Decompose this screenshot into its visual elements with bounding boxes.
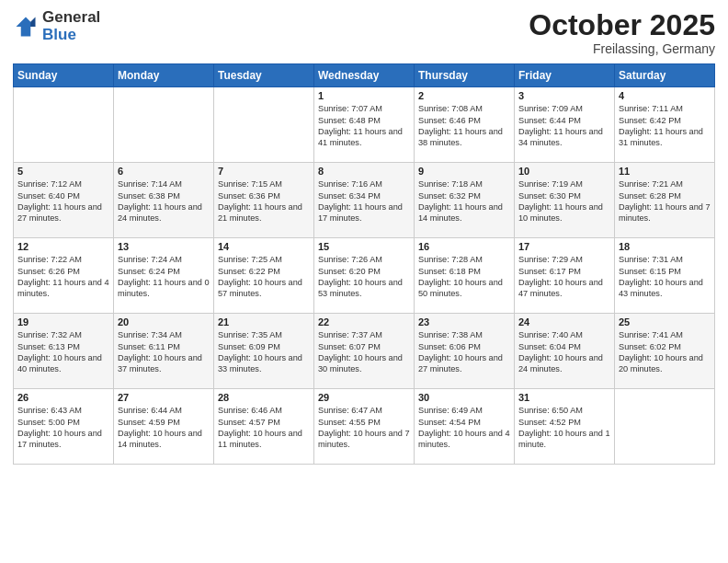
day-info: Sunrise: 7:40 AM Sunset: 6:04 PM Dayligh… <box>518 329 610 375</box>
day-number: 29 <box>318 392 410 403</box>
day-info: Sunrise: 7:26 AM Sunset: 6:20 PM Dayligh… <box>318 254 410 300</box>
day-number: 8 <box>318 166 410 177</box>
calendar-cell: 26Sunrise: 6:43 AM Sunset: 5:00 PM Dayli… <box>14 389 114 465</box>
calendar-cell: 12Sunrise: 7:22 AM Sunset: 6:26 PM Dayli… <box>14 238 114 314</box>
day-number: 30 <box>418 392 510 403</box>
logo-text: General Blue <box>42 9 100 43</box>
calendar-cell: 2Sunrise: 7:08 AM Sunset: 6:46 PM Daylig… <box>415 87 515 163</box>
calendar-cell: 1Sunrise: 7:07 AM Sunset: 6:48 PM Daylig… <box>314 87 415 163</box>
calendar-week-1: 5Sunrise: 7:12 AM Sunset: 6:40 PM Daylig… <box>14 163 715 238</box>
calendar-cell: 8Sunrise: 7:16 AM Sunset: 6:34 PM Daylig… <box>314 163 415 238</box>
day-info: Sunrise: 7:38 AM Sunset: 6:06 PM Dayligh… <box>418 329 510 375</box>
calendar-cell: 3Sunrise: 7:09 AM Sunset: 6:44 PM Daylig… <box>515 87 615 163</box>
calendar-cell: 18Sunrise: 7:31 AM Sunset: 6:15 PM Dayli… <box>615 238 715 314</box>
day-number: 23 <box>418 316 510 327</box>
day-number: 1 <box>318 90 410 101</box>
day-info: Sunrise: 6:50 AM Sunset: 4:52 PM Dayligh… <box>518 405 610 451</box>
calendar-cell: 20Sunrise: 7:34 AM Sunset: 6:11 PM Dayli… <box>114 314 214 389</box>
svg-marker-1 <box>30 17 35 27</box>
calendar-cell: 10Sunrise: 7:19 AM Sunset: 6:30 PM Dayli… <box>515 163 615 238</box>
day-number: 9 <box>418 166 510 177</box>
day-number: 26 <box>17 392 109 403</box>
calendar-cell: 17Sunrise: 7:29 AM Sunset: 6:17 PM Dayli… <box>515 238 615 314</box>
day-number: 6 <box>118 166 210 177</box>
day-info: Sunrise: 7:09 AM Sunset: 6:44 PM Dayligh… <box>518 103 610 149</box>
calendar-cell: 29Sunrise: 6:47 AM Sunset: 4:55 PM Dayli… <box>314 389 415 465</box>
calendar-cell: 21Sunrise: 7:35 AM Sunset: 6:09 PM Dayli… <box>214 314 314 389</box>
day-number: 14 <box>218 241 310 252</box>
day-info: Sunrise: 7:22 AM Sunset: 6:26 PM Dayligh… <box>17 254 109 300</box>
col-tuesday: Tuesday <box>214 64 314 87</box>
day-number: 28 <box>218 392 310 403</box>
day-number: 20 <box>118 316 210 327</box>
calendar-cell: 23Sunrise: 7:38 AM Sunset: 6:06 PM Dayli… <box>415 314 515 389</box>
page: General Blue October 2025 Freilassing, G… <box>0 0 728 563</box>
day-info: Sunrise: 6:46 AM Sunset: 4:57 PM Dayligh… <box>218 405 310 451</box>
day-info: Sunrise: 7:25 AM Sunset: 6:22 PM Dayligh… <box>218 254 310 300</box>
day-info: Sunrise: 7:41 AM Sunset: 6:02 PM Dayligh… <box>619 329 711 375</box>
day-info: Sunrise: 6:43 AM Sunset: 5:00 PM Dayligh… <box>17 405 109 451</box>
calendar-cell <box>615 389 715 465</box>
title-month: October 2025 <box>529 9 715 41</box>
day-number: 19 <box>17 316 109 327</box>
day-info: Sunrise: 7:18 AM Sunset: 6:32 PM Dayligh… <box>418 178 510 224</box>
title-location: Freilassing, Germany <box>529 41 715 56</box>
calendar-cell: 31Sunrise: 6:50 AM Sunset: 4:52 PM Dayli… <box>515 389 615 465</box>
calendar-cell: 5Sunrise: 7:12 AM Sunset: 6:40 PM Daylig… <box>14 163 114 238</box>
logo-icon <box>13 14 39 40</box>
day-info: Sunrise: 7:21 AM Sunset: 6:28 PM Dayligh… <box>619 178 711 224</box>
day-number: 11 <box>619 166 711 177</box>
col-wednesday: Wednesday <box>314 64 415 87</box>
calendar-cell: 14Sunrise: 7:25 AM Sunset: 6:22 PM Dayli… <box>214 238 314 314</box>
calendar-cell: 6Sunrise: 7:14 AM Sunset: 6:38 PM Daylig… <box>114 163 214 238</box>
calendar-cell: 7Sunrise: 7:15 AM Sunset: 6:36 PM Daylig… <box>214 163 314 238</box>
calendar: Sunday Monday Tuesday Wednesday Thursday… <box>13 63 715 465</box>
day-number: 16 <box>418 241 510 252</box>
day-number: 12 <box>17 241 109 252</box>
day-info: Sunrise: 7:29 AM Sunset: 6:17 PM Dayligh… <box>518 254 610 300</box>
calendar-cell: 15Sunrise: 7:26 AM Sunset: 6:20 PM Dayli… <box>314 238 415 314</box>
header: General Blue October 2025 Freilassing, G… <box>13 9 715 56</box>
calendar-cell: 27Sunrise: 6:44 AM Sunset: 4:59 PM Dayli… <box>114 389 214 465</box>
title-block: October 2025 Freilassing, Germany <box>529 9 715 56</box>
calendar-cell <box>14 87 114 163</box>
calendar-cell <box>114 87 214 163</box>
day-number: 18 <box>619 241 711 252</box>
logo: General Blue <box>13 9 100 43</box>
calendar-cell: 4Sunrise: 7:11 AM Sunset: 6:42 PM Daylig… <box>615 87 715 163</box>
day-info: Sunrise: 6:49 AM Sunset: 4:54 PM Dayligh… <box>418 405 510 451</box>
day-info: Sunrise: 7:15 AM Sunset: 6:36 PM Dayligh… <box>218 178 310 224</box>
calendar-cell: 9Sunrise: 7:18 AM Sunset: 6:32 PM Daylig… <box>415 163 515 238</box>
day-info: Sunrise: 7:07 AM Sunset: 6:48 PM Dayligh… <box>318 103 410 149</box>
day-number: 17 <box>518 241 610 252</box>
day-info: Sunrise: 7:14 AM Sunset: 6:38 PM Dayligh… <box>118 178 210 224</box>
day-number: 13 <box>118 241 210 252</box>
calendar-cell: 11Sunrise: 7:21 AM Sunset: 6:28 PM Dayli… <box>615 163 715 238</box>
day-number: 15 <box>318 241 410 252</box>
calendar-cell: 25Sunrise: 7:41 AM Sunset: 6:02 PM Dayli… <box>615 314 715 389</box>
calendar-cell: 24Sunrise: 7:40 AM Sunset: 6:04 PM Dayli… <box>515 314 615 389</box>
day-info: Sunrise: 7:12 AM Sunset: 6:40 PM Dayligh… <box>17 178 109 224</box>
calendar-cell: 13Sunrise: 7:24 AM Sunset: 6:24 PM Dayli… <box>114 238 214 314</box>
calendar-header-row: Sunday Monday Tuesday Wednesday Thursday… <box>14 64 715 87</box>
day-number: 5 <box>17 166 109 177</box>
day-number: 4 <box>619 90 711 101</box>
calendar-cell: 16Sunrise: 7:28 AM Sunset: 6:18 PM Dayli… <box>415 238 515 314</box>
calendar-week-3: 19Sunrise: 7:32 AM Sunset: 6:13 PM Dayli… <box>14 314 715 389</box>
logo-blue-text: Blue <box>42 27 100 44</box>
day-info: Sunrise: 7:32 AM Sunset: 6:13 PM Dayligh… <box>17 329 109 375</box>
day-info: Sunrise: 7:34 AM Sunset: 6:11 PM Dayligh… <box>118 329 210 375</box>
day-info: Sunrise: 7:31 AM Sunset: 6:15 PM Dayligh… <box>619 254 711 300</box>
col-sunday: Sunday <box>14 64 114 87</box>
calendar-week-4: 26Sunrise: 6:43 AM Sunset: 5:00 PM Dayli… <box>14 389 715 465</box>
day-info: Sunrise: 6:44 AM Sunset: 4:59 PM Dayligh… <box>118 405 210 451</box>
day-info: Sunrise: 6:47 AM Sunset: 4:55 PM Dayligh… <box>318 405 410 451</box>
day-info: Sunrise: 7:37 AM Sunset: 6:07 PM Dayligh… <box>318 329 410 375</box>
day-info: Sunrise: 7:11 AM Sunset: 6:42 PM Dayligh… <box>619 103 711 149</box>
day-number: 22 <box>318 316 410 327</box>
col-saturday: Saturday <box>615 64 715 87</box>
calendar-week-2: 12Sunrise: 7:22 AM Sunset: 6:26 PM Dayli… <box>14 238 715 314</box>
col-thursday: Thursday <box>415 64 515 87</box>
calendar-cell: 22Sunrise: 7:37 AM Sunset: 6:07 PM Dayli… <box>314 314 415 389</box>
calendar-cell: 28Sunrise: 6:46 AM Sunset: 4:57 PM Dayli… <box>214 389 314 465</box>
